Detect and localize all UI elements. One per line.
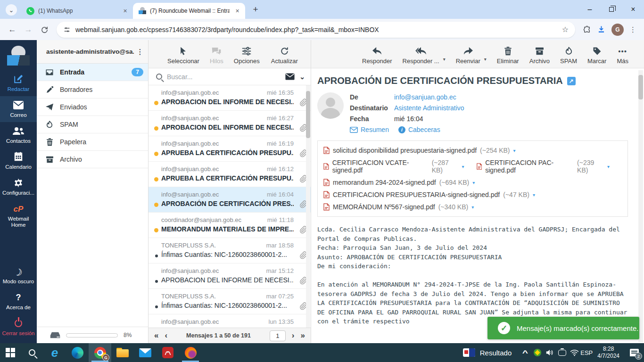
forward-button[interactable]: → [21,22,36,37]
sidebar-item-borradores[interactable]: Borradores [37,81,148,99]
sidebar-item-modo-oscuro[interactable]: ☾ Modo oscuro [0,263,37,288]
start-button[interactable] [0,343,21,362]
minimize-button[interactable]: – [579,0,601,19]
taskbar-search-button[interactable] [21,343,43,362]
list-scrollbar-thumb[interactable] [306,91,310,138]
message-row[interactable]: info@sanjuan.gob.ecmar 15:12 APROBACION … [149,263,311,289]
to-address-link[interactable]: Asistente Administrativo [394,104,464,112]
tab-roundcube[interactable]: (7) Roundcube Webmail :: Entra × [133,3,245,19]
message-row-selected[interactable]: info@sanjuan.gob.ecmié 16:04 APROBACIÓN … [149,187,311,213]
mark-button[interactable]: Marcar [587,46,606,65]
taskbar-ie-button[interactable]: e [43,343,66,362]
archive-button[interactable]: Archivo [529,46,550,65]
close-icon[interactable]: × [121,7,129,15]
bookmark-star-icon[interactable]: ☆ [562,25,569,34]
sidebar-item-cerrar-sesion[interactable]: Cerrar sesión [0,314,37,340]
taskbar-acrobat-button[interactable] [157,343,179,362]
delete-button[interactable]: Eliminar [497,46,519,65]
clock[interactable]: 8:28 4/7/2024 [593,346,624,360]
sidebar-item-redactar[interactable]: Redactar [0,70,37,96]
message-row[interactable]: info@sanjuan.gob.ecmié 16:12 APRUEBA LA … [149,162,311,187]
last-page-button[interactable]: » [301,331,305,340]
list-scrollbar[interactable] [306,85,310,328]
account-menu-icon[interactable]: ⋮ [136,48,144,56]
prev-page-button[interactable]: ‹ [165,331,167,340]
reply-button[interactable]: Responder [362,46,392,65]
reload-button[interactable] [37,22,52,37]
more-button[interactable]: ••• Más [617,46,628,65]
spam-button[interactable]: SPAM [560,46,577,65]
attachment-menu-caret[interactable]: ▾ [607,164,610,169]
attachment-item[interactable]: CERTIFICACION PAC-signed.pdf (~239 KB) ▾ [477,159,610,174]
sidebar-item-configuracion[interactable]: Configuraci... [0,174,37,200]
forward-button[interactable]: Reenviar [456,46,480,65]
attachment-menu-caret[interactable]: ▾ [533,192,535,197]
refresh-button[interactable]: Actualizar [271,46,298,65]
omnibox[interactable]: webmail.sanjuan.gob.ec/cpsess7146383072/… [57,22,575,38]
taskbar-chrome-button[interactable]: G [89,343,111,362]
message-row[interactable]: info@sanjuan.gob.ecmié 16:19 APRUEBA LA … [149,136,311,162]
sidebar-item-webmail-home[interactable]: cP Webmail Home [0,200,37,232]
attachment-menu-caret[interactable]: ▾ [513,148,516,153]
search-options-chevron[interactable]: ⌄ [299,73,305,81]
attachment-item[interactable]: memorandum 294-2024-signed.pdf (~694 KB)… [323,179,475,186]
sidebar-item-calendario[interactable]: Calendario [0,148,37,174]
reply-all-caret-icon[interactable]: ▾ [443,57,446,62]
close-icon[interactable]: × [233,7,241,15]
url-text[interactable]: webmail.sanjuan.gob.ec/cpsess7146383072/… [75,26,557,33]
message-row[interactable]: info@sanjuan.gob.eclun 13:35 [149,314,311,328]
page-number-input[interactable]: 1 [270,330,286,341]
select-button[interactable]: Seleccionar [167,46,199,65]
first-page-button[interactable]: « [154,331,158,340]
wifi-icon[interactable] [568,343,580,362]
sidebar-item-enviados[interactable]: Enviados [37,99,148,116]
scope-mail-icon[interactable] [285,73,295,80]
attachment-item[interactable]: CERTIFICACION PRESUPUESTARIA-signed-sign… [323,191,535,198]
attachment-item[interactable]: CERTIFICACION VCATE-signed.pdf (~287 KB)… [323,159,464,174]
account-header[interactable]: asistente-administrativo@sa... ⋮ [37,40,148,64]
forward-caret-icon[interactable]: ▾ [484,57,487,62]
message-row[interactable]: TONERPLUSS S.A.mar 07:25 Ínfimas Cuantía… [149,289,311,314]
sidebar-item-contactos[interactable]: Contactos [0,122,37,148]
tab-search-button[interactable]: ⌄ [6,4,17,16]
taskbar-explorer-button[interactable] [111,343,134,362]
search-input[interactable] [167,73,281,81]
extensions-puzzle-icon[interactable] [583,25,591,34]
options-button[interactable]: Opciones [234,46,260,65]
from-address-link[interactable]: info@sanjuan.gob.ec [394,93,456,101]
sidebar-item-correo[interactable]: Correo [0,96,37,122]
new-tab-button[interactable]: + [249,3,262,16]
language-indicator[interactable]: ESP [580,343,593,362]
message-row[interactable]: coordinador@sanjuan.gob.ecmié 11:18 MEMO… [149,213,311,238]
close-window-button[interactable]: × [622,0,644,19]
tray-meet-now-icon[interactable] [556,343,568,362]
taskbar-mail-button[interactable] [134,343,157,362]
sidebar-item-archivo[interactable]: Archivo [37,151,148,168]
sidebar-item-spam[interactable]: SPAM [37,116,148,133]
sidebar-item-acerca-de[interactable]: ? Acerca de [0,288,37,314]
restore-button[interactable] [601,0,622,19]
attachment-item[interactable]: MEMORÁNDUM Nº567-signed.pdf (~340 KB) ▾ [323,203,474,211]
reply-all-button[interactable]: Responder ... [403,46,439,65]
threads-button[interactable]: Hilos [210,46,223,65]
summary-link[interactable]: Resumen [350,126,389,133]
taskbar-firefox-button[interactable] [179,343,202,362]
message-row[interactable]: TONERPLUSS S.A.mar 18:58 Ínfimas Cuantía… [149,238,311,263]
volume-icon[interactable] [544,343,556,362]
hidden-icons-chevron[interactable]: ^ [517,343,534,362]
attachment-item[interactable]: solicitud disponibilidad presupuestaria-… [323,147,516,154]
open-in-new-window-icon[interactable]: ↗ [567,77,576,85]
download-icon[interactable] [597,25,606,34]
tab-whatsapp[interactable]: (1) WhatsApp × [21,3,133,19]
site-settings-icon[interactable] [63,26,71,33]
back-button[interactable]: ← [5,22,20,37]
sidebar-item-papelera[interactable]: Papelera [37,133,148,151]
sidebar-item-entrada[interactable]: Entrada 7 [37,64,148,81]
next-page-button[interactable]: › [292,331,295,340]
content-scrollbar-thumb[interactable] [638,75,643,99]
attachment-menu-caret[interactable]: ▾ [462,164,464,169]
attachment-menu-caret[interactable]: ▾ [472,180,475,185]
headers-link[interactable]: i Cabeceras [398,126,440,133]
message-row[interactable]: info@sanjuan.gob.ecmié 16:35 APROBACION … [149,85,311,111]
attachment-menu-caret[interactable]: ▾ [471,205,474,210]
